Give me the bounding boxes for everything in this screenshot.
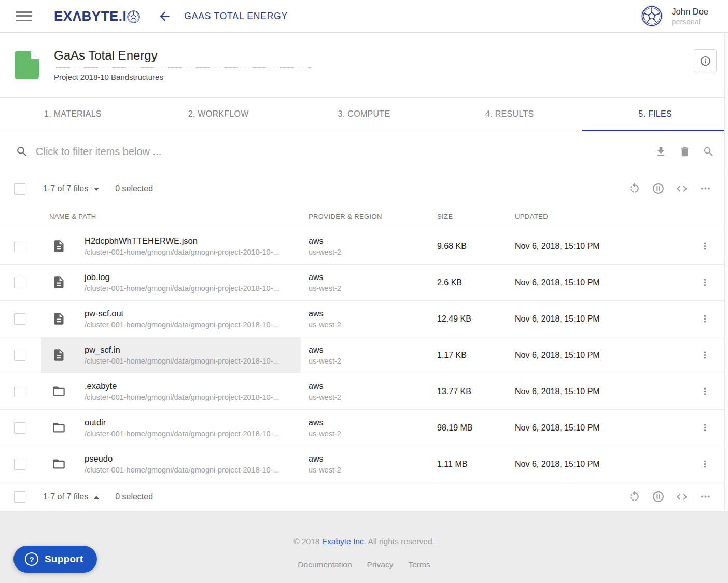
download-button[interactable] bbox=[655, 146, 667, 158]
table-row[interactable]: outdir /cluster-001-home/gmogni/data/gmo… bbox=[0, 410, 728, 446]
row-menu-button[interactable] bbox=[699, 350, 710, 360]
file-name: pw_scf.in bbox=[85, 345, 279, 355]
row-menu-button[interactable] bbox=[699, 422, 710, 433]
row-checkbox[interactable] bbox=[14, 350, 25, 361]
region: us-west-2 bbox=[309, 284, 429, 293]
footer-link[interactable]: Documentation bbox=[298, 560, 352, 570]
column-header-updated[interactable]: UPDATED bbox=[507, 213, 681, 220]
table-row[interactable]: .exabyte /cluster-001-home/gmogni/data/g… bbox=[0, 373, 728, 410]
select-all-checkbox[interactable] bbox=[14, 183, 25, 195]
size-cell: 1.17 KB bbox=[429, 337, 507, 373]
file-name: job.log bbox=[85, 272, 279, 282]
refresh-button[interactable] bbox=[628, 490, 641, 503]
row-menu-button[interactable] bbox=[699, 313, 710, 324]
name-path-cell[interactable]: job.log /cluster-001-home/gmogni/data/gm… bbox=[41, 265, 301, 300]
pause-button[interactable] bbox=[652, 490, 665, 503]
row-checkbox[interactable] bbox=[14, 459, 25, 470]
pagination-dropdown[interactable]: 1-7 of 7 files bbox=[43, 184, 99, 193]
row-checkbox[interactable] bbox=[14, 422, 25, 434]
search-button[interactable] bbox=[703, 146, 715, 158]
row-menu-button[interactable] bbox=[699, 459, 710, 469]
app-header: EXΛBYTE.I GAAS TOTAL ENERGY John Doe per… bbox=[0, 0, 728, 33]
row-checkbox[interactable] bbox=[14, 313, 25, 325]
row-menu-button[interactable] bbox=[699, 241, 710, 252]
size-cell: 13.77 KB bbox=[429, 373, 507, 409]
more-vert-icon bbox=[699, 459, 710, 469]
provider-cell: aws us-west-2 bbox=[301, 446, 429, 482]
soccer-ball-avatar-icon bbox=[641, 6, 662, 26]
tab[interactable]: 4. RESULTS bbox=[437, 98, 582, 131]
file-path: /cluster-001-home/gmogni/data/gmogni-pro… bbox=[85, 284, 279, 293]
scrollbar-track[interactable] bbox=[724, 33, 728, 511]
exabyte-logo[interactable]: EXΛBYTE.I bbox=[54, 8, 140, 24]
company-link[interactable]: Exabyte Inc bbox=[322, 537, 364, 546]
menu-icon[interactable] bbox=[16, 11, 32, 21]
updated-cell: Nov 6, 2018, 15:10 PM bbox=[507, 410, 681, 446]
provider: aws bbox=[309, 454, 429, 464]
name-path-cell[interactable]: .exabyte /cluster-001-home/gmogni/data/g… bbox=[41, 373, 301, 409]
info-icon bbox=[699, 55, 711, 67]
pause-button[interactable] bbox=[652, 182, 665, 195]
region: us-west-2 bbox=[309, 248, 429, 256]
table-row[interactable]: H2dcpbhWhTTEHERWE.json /cluster-001-home… bbox=[0, 228, 728, 265]
updated-cell: Nov 6, 2018, 15:10 PM bbox=[507, 373, 681, 409]
code-icon bbox=[676, 491, 688, 503]
file-icon bbox=[52, 274, 66, 290]
column-header-provider-region[interactable]: PROVIDER & REGION bbox=[301, 213, 429, 220]
column-header-size[interactable]: SIZE bbox=[429, 213, 507, 220]
name-path-cell[interactable]: outdir /cluster-001-home/gmogni/data/gmo… bbox=[41, 410, 301, 446]
more-button[interactable] bbox=[699, 182, 712, 195]
delete-button[interactable] bbox=[679, 146, 691, 158]
code-button[interactable] bbox=[676, 491, 688, 503]
file-path: /cluster-001-home/gmogni/data/gmogni-pro… bbox=[85, 466, 279, 474]
tab-label: 1. MATERIALS bbox=[44, 109, 102, 119]
copyright-suffix: . All rights reserved. bbox=[364, 537, 435, 546]
more-vert-icon bbox=[699, 350, 710, 360]
footer-link[interactable]: Privacy bbox=[367, 560, 394, 570]
tab[interactable]: 3. COMPUTE bbox=[291, 98, 437, 131]
row-menu-button[interactable] bbox=[699, 277, 710, 288]
back-button[interactable] bbox=[158, 9, 172, 23]
code-button[interactable] bbox=[676, 183, 688, 195]
file-name: pseudo bbox=[85, 454, 279, 464]
row-checkbox[interactable] bbox=[14, 241, 25, 252]
select-all-checkbox[interactable] bbox=[14, 491, 25, 503]
table-row[interactable]: job.log /cluster-001-home/gmogni/data/gm… bbox=[0, 265, 728, 301]
folder-icon bbox=[52, 384, 66, 399]
refresh-button[interactable] bbox=[628, 182, 641, 195]
tab[interactable]: 5. FILES bbox=[582, 98, 728, 131]
table-row[interactable]: pw_scf.in /cluster-001-home/gmogni/data/… bbox=[0, 337, 728, 373]
pagination-dropdown[interactable]: 1-7 of 7 files bbox=[43, 492, 99, 502]
user-block[interactable]: John Doe personal bbox=[671, 7, 708, 26]
folder-icon bbox=[52, 456, 66, 471]
tab[interactable]: 1. MATERIALS bbox=[0, 98, 146, 131]
footer-link[interactable]: Terms bbox=[408, 560, 430, 570]
table-row[interactable]: pw-scf.out /cluster-001-home/gmogni/data… bbox=[0, 301, 728, 337]
page-title: GAAS TOTAL ENERGY bbox=[184, 11, 288, 22]
region: us-west-2 bbox=[309, 429, 429, 438]
size-cell: 1.11 MB bbox=[429, 446, 507, 482]
name-path-cell[interactable]: pw_scf.in /cluster-001-home/gmogni/data/… bbox=[41, 337, 301, 373]
user-avatar[interactable] bbox=[641, 5, 663, 27]
tab[interactable]: 2. WORKFLOW bbox=[146, 98, 291, 131]
info-button[interactable] bbox=[694, 49, 717, 72]
name-path-cell[interactable]: H2dcpbhWhTTEHERWE.json /cluster-001-home… bbox=[41, 228, 301, 264]
filter-input[interactable] bbox=[36, 146, 655, 158]
more-button[interactable] bbox=[699, 490, 712, 503]
arrow-left-icon bbox=[158, 9, 172, 23]
name-path-cell[interactable]: pw-scf.out /cluster-001-home/gmogni/data… bbox=[41, 301, 301, 337]
row-checkbox[interactable] bbox=[14, 386, 25, 397]
region: us-west-2 bbox=[309, 466, 429, 474]
provider-cell: aws us-west-2 bbox=[301, 301, 429, 337]
row-menu-button[interactable] bbox=[699, 386, 710, 397]
table-row[interactable]: pseudo /cluster-001-home/gmogni/data/gmo… bbox=[0, 446, 728, 482]
green-file-icon bbox=[15, 51, 39, 79]
code-icon bbox=[676, 183, 688, 195]
support-button-label: Support bbox=[45, 553, 83, 565]
row-checkbox[interactable] bbox=[14, 277, 25, 288]
more-vert-icon bbox=[699, 313, 710, 324]
column-header-name-path[interactable]: NAME & PATH bbox=[41, 213, 301, 220]
name-path-cell[interactable]: pseudo /cluster-001-home/gmogni/data/gmo… bbox=[41, 446, 301, 482]
more-vert-icon bbox=[699, 277, 710, 288]
support-button[interactable]: ? Support bbox=[13, 546, 97, 573]
